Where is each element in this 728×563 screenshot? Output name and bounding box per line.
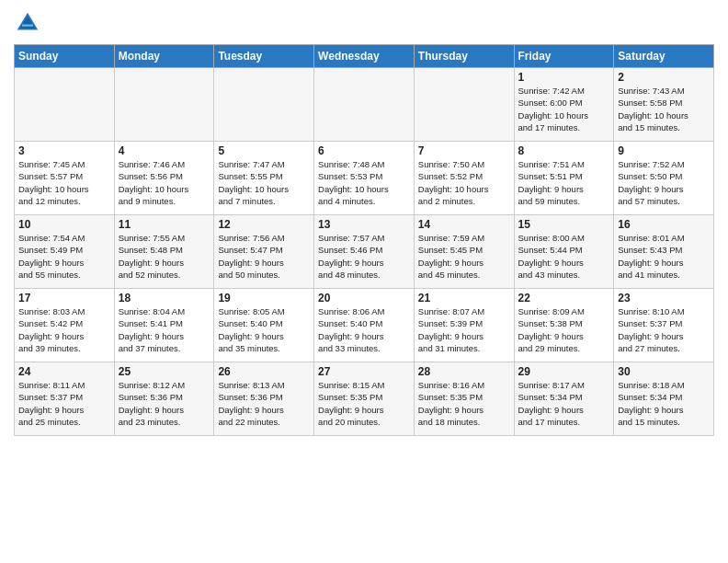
day-cell: 10Sunrise: 7:54 AM Sunset: 5:49 PM Dayli… [15, 215, 115, 289]
day-cell: 25Sunrise: 8:12 AM Sunset: 5:36 PM Dayli… [114, 362, 214, 436]
week-row-4: 24Sunrise: 8:11 AM Sunset: 5:37 PM Dayli… [15, 362, 714, 436]
day-cell: 24Sunrise: 8:11 AM Sunset: 5:37 PM Dayli… [15, 362, 115, 436]
day-cell: 13Sunrise: 7:57 AM Sunset: 5:46 PM Dayli… [314, 215, 415, 289]
week-row-2: 10Sunrise: 7:54 AM Sunset: 5:49 PM Dayli… [15, 215, 714, 289]
day-info: Sunrise: 7:59 AM Sunset: 5:45 PM Dayligh… [418, 232, 510, 281]
day-cell: 1Sunrise: 7:42 AM Sunset: 6:00 PM Daylig… [514, 68, 614, 142]
day-cell: 18Sunrise: 8:04 AM Sunset: 5:41 PM Dayli… [114, 289, 214, 362]
day-info: Sunrise: 8:07 AM Sunset: 5:39 PM Dayligh… [418, 305, 510, 354]
week-row-3: 17Sunrise: 8:03 AM Sunset: 5:42 PM Dayli… [15, 289, 714, 362]
day-number: 30 [618, 365, 710, 378]
header-row: SundayMondayTuesdayWednesdayThursdayFrid… [15, 45, 714, 68]
day-cell: 2Sunrise: 7:43 AM Sunset: 5:58 PM Daylig… [614, 68, 714, 142]
day-info: Sunrise: 7:52 AM Sunset: 5:50 PM Dayligh… [618, 158, 710, 207]
day-number: 20 [318, 292, 410, 304]
day-number: 21 [418, 292, 510, 304]
day-info: Sunrise: 8:18 AM Sunset: 5:34 PM Dayligh… [618, 379, 710, 428]
day-cell [314, 68, 415, 142]
day-info: Sunrise: 8:11 AM Sunset: 5:37 PM Dayligh… [18, 379, 110, 428]
calendar-table: SundayMondayTuesdayWednesdayThursdayFrid… [14, 44, 714, 436]
day-number: 18 [119, 292, 210, 304]
day-cell: 22Sunrise: 8:09 AM Sunset: 5:38 PM Dayli… [514, 289, 614, 362]
day-info: Sunrise: 8:16 AM Sunset: 5:35 PM Dayligh… [418, 379, 510, 428]
day-number: 16 [618, 218, 710, 231]
header-cell-thursday: Thursday [414, 45, 514, 68]
day-cell: 9Sunrise: 7:52 AM Sunset: 5:50 PM Daylig… [614, 142, 714, 215]
day-number: 14 [418, 218, 510, 231]
day-info: Sunrise: 7:54 AM Sunset: 5:49 PM Dayligh… [18, 232, 110, 281]
day-cell: 4Sunrise: 7:46 AM Sunset: 5:56 PM Daylig… [114, 142, 214, 215]
day-number: 13 [318, 218, 410, 231]
day-number: 27 [318, 365, 410, 378]
day-info: Sunrise: 8:10 AM Sunset: 5:37 PM Dayligh… [618, 305, 710, 354]
day-cell: 30Sunrise: 8:18 AM Sunset: 5:34 PM Dayli… [614, 362, 714, 436]
day-number: 2 [618, 71, 710, 84]
day-number: 15 [518, 218, 610, 231]
day-number: 22 [518, 292, 610, 304]
day-info: Sunrise: 8:06 AM Sunset: 5:40 PM Dayligh… [318, 305, 410, 354]
day-info: Sunrise: 7:51 AM Sunset: 5:51 PM Dayligh… [518, 158, 610, 207]
day-info: Sunrise: 8:03 AM Sunset: 5:42 PM Dayligh… [18, 305, 110, 354]
day-info: Sunrise: 8:17 AM Sunset: 5:34 PM Dayligh… [518, 379, 610, 428]
day-cell: 23Sunrise: 8:10 AM Sunset: 5:37 PM Dayli… [614, 289, 714, 362]
day-number: 26 [218, 365, 310, 378]
day-number: 11 [119, 218, 210, 231]
day-cell [214, 68, 314, 142]
header-cell-friday: Friday [514, 45, 614, 68]
week-row-1: 3Sunrise: 7:45 AM Sunset: 5:57 PM Daylig… [15, 142, 714, 215]
day-info: Sunrise: 7:43 AM Sunset: 5:58 PM Dayligh… [618, 85, 710, 133]
day-number: 1 [518, 71, 610, 84]
page: SundayMondayTuesdayWednesdayThursdayFrid… [0, 0, 728, 445]
day-cell: 3Sunrise: 7:45 AM Sunset: 5:57 PM Daylig… [15, 142, 115, 215]
day-number: 8 [518, 144, 610, 157]
day-cell: 6Sunrise: 7:48 AM Sunset: 5:53 PM Daylig… [314, 142, 415, 215]
day-cell: 16Sunrise: 8:01 AM Sunset: 5:43 PM Dayli… [614, 215, 714, 289]
header [14, 9, 714, 37]
day-cell: 7Sunrise: 7:50 AM Sunset: 5:52 PM Daylig… [414, 142, 514, 215]
day-info: Sunrise: 7:57 AM Sunset: 5:46 PM Dayligh… [318, 232, 410, 281]
day-cell [114, 68, 214, 142]
day-number: 24 [18, 365, 110, 378]
day-info: Sunrise: 8:00 AM Sunset: 5:44 PM Dayligh… [518, 232, 610, 281]
logo [14, 9, 45, 37]
day-number: 9 [618, 144, 710, 157]
day-cell: 29Sunrise: 8:17 AM Sunset: 5:34 PM Dayli… [514, 362, 614, 436]
day-info: Sunrise: 8:09 AM Sunset: 5:38 PM Dayligh… [518, 305, 610, 354]
day-cell: 12Sunrise: 7:56 AM Sunset: 5:47 PM Dayli… [214, 215, 314, 289]
day-cell [15, 68, 115, 142]
day-info: Sunrise: 7:47 AM Sunset: 5:55 PM Dayligh… [218, 158, 310, 207]
day-number: 25 [119, 365, 210, 378]
day-info: Sunrise: 7:46 AM Sunset: 5:56 PM Dayligh… [119, 158, 210, 207]
day-number: 4 [119, 144, 210, 157]
day-cell: 5Sunrise: 7:47 AM Sunset: 5:55 PM Daylig… [214, 142, 314, 215]
day-info: Sunrise: 8:05 AM Sunset: 5:40 PM Dayligh… [218, 305, 310, 354]
day-cell: 17Sunrise: 8:03 AM Sunset: 5:42 PM Dayli… [15, 289, 115, 362]
day-number: 19 [218, 292, 310, 304]
day-number: 29 [518, 365, 610, 378]
header-cell-wednesday: Wednesday [314, 45, 415, 68]
day-number: 28 [418, 365, 510, 378]
week-row-0: 1Sunrise: 7:42 AM Sunset: 6:00 PM Daylig… [15, 68, 714, 142]
day-info: Sunrise: 8:04 AM Sunset: 5:41 PM Dayligh… [119, 305, 210, 354]
logo-icon [14, 9, 41, 37]
day-cell: 14Sunrise: 7:59 AM Sunset: 5:45 PM Dayli… [414, 215, 514, 289]
svg-rect-2 [22, 25, 33, 27]
day-number: 12 [218, 218, 310, 231]
day-info: Sunrise: 7:56 AM Sunset: 5:47 PM Dayligh… [218, 232, 310, 281]
day-cell: 20Sunrise: 8:06 AM Sunset: 5:40 PM Dayli… [314, 289, 415, 362]
day-number: 7 [418, 144, 510, 157]
header-cell-monday: Monday [114, 45, 214, 68]
day-number: 6 [318, 144, 410, 157]
day-cell: 11Sunrise: 7:55 AM Sunset: 5:48 PM Dayli… [114, 215, 214, 289]
day-cell: 21Sunrise: 8:07 AM Sunset: 5:39 PM Dayli… [414, 289, 514, 362]
day-cell [414, 68, 514, 142]
day-info: Sunrise: 7:48 AM Sunset: 5:53 PM Dayligh… [318, 158, 410, 207]
day-info: Sunrise: 8:15 AM Sunset: 5:35 PM Dayligh… [318, 379, 410, 428]
day-info: Sunrise: 7:42 AM Sunset: 6:00 PM Dayligh… [518, 85, 610, 133]
day-number: 3 [18, 144, 110, 157]
day-cell: 19Sunrise: 8:05 AM Sunset: 5:40 PM Dayli… [214, 289, 314, 362]
day-cell: 26Sunrise: 8:13 AM Sunset: 5:36 PM Dayli… [214, 362, 314, 436]
day-info: Sunrise: 7:45 AM Sunset: 5:57 PM Dayligh… [18, 158, 110, 207]
day-number: 5 [218, 144, 310, 157]
day-cell: 15Sunrise: 8:00 AM Sunset: 5:44 PM Dayli… [514, 215, 614, 289]
